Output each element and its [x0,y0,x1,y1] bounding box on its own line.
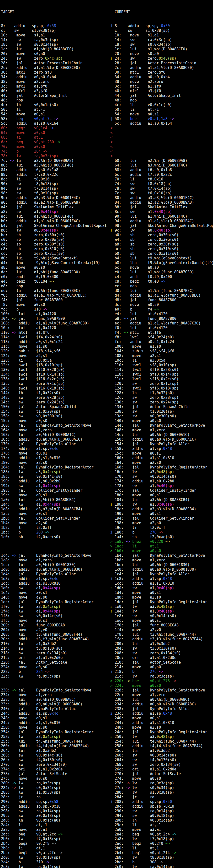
asm-text: 24c: addiu a1,s1,0x810 [1,720,61,725]
asm-token: 0x40(sp) [157,609,174,614]
asm-row: 28: jal Actor_ProcessInitChain [110,61,213,65]
asm-row: > 224: move a0,s0 [110,683,213,688]
asm-text: 90: sw t8,0x18(sp) [1,182,58,186]
asm-text: 1fc: move a0,s1 [1,618,47,623]
asm-text: 1e8: sw v0,0x14c(s0) [110,614,176,618]
asm-token: i [110,711,112,716]
asm-row: 1c8: move a1,zero [1,558,110,563]
asm-text [54,140,56,144]
asm-row: 2ac: beq v0,at,2cc ~> [1,832,110,837]
asm-text: cc: sb zero,0x311(s0) [1,251,65,256]
asm-text: 88: jal SkelAnime_InitFlex [110,205,187,209]
asm-token: i [110,800,112,804]
asm-text: 1f4: move a2,v0 [110,628,161,632]
asm-token: ~> [166,841,170,846]
asm-row: 1b4: jal DynaPolyInfo_SetActorMove [110,553,213,558]
asm-row: 134: swc1 $f10,0x14(sp) [1,372,110,377]
asm-row: 26c: ori a1,a1,0x2d0e [110,767,213,772]
asm-text: 280: lw s1,0x38(sp) [110,790,174,795]
asm-row: 74: b 284 ~> [1,149,110,154]
asm-text [157,670,159,674]
asm-text: 190: move a0,s1 [110,512,161,516]
asm-text: 128: lh t1,0x32(s0) [110,391,174,395]
asm-token: 68: li at,1 [1,135,43,140]
asm-row: 258: addiu t4,t4,%lo(func_80A87F44) [110,744,213,748]
asm-token: ~> [52,841,56,846]
asm-row: 1e8: move a2,s0 [1,595,110,600]
asm-row: 278: ~> lw ra,0x3c(sp) [110,781,213,785]
asm-text: 138: sw t1,0x20(sp) [110,409,174,414]
asm-token: 0x48 [163,446,172,451]
asm-row: i 23c: addiu a1,sp,0x48 [110,711,213,716]
asm-text: 12c: swc1 $f8,0x10(sp) [1,363,63,367]
asm-text: 29c: li at,-1 [110,823,161,827]
asm-token: 70: move a0,s0 [1,145,45,149]
asm-text: b4: lui t9,%hi(gSaveContext) [110,256,192,260]
asm-row: 148: sw zero,0x28(sp) [1,395,110,400]
asm-row: c: sw s1,0x38(sp) [110,28,213,33]
asm-row: 28: jal Actor_ProcessInitChain [1,61,110,65]
asm-text: f8: lwc1 $f4,0x24(s0) [110,335,174,339]
asm-text: jal func_80A87800 [16,316,65,321]
asm-row: 198: move a2,s0 [110,521,213,525]
asm-row: 280: ~> lw ra,0x3c(sp) [1,781,110,785]
asm-text: 19c: move a0,s1 [1,493,47,497]
asm-row: 30: mtc1 zero,$f0 [110,70,213,75]
asm-row: > 1ac: li at,1 [110,544,213,549]
asm-text: b0: addiu a1,a1,%lo(D_06001F4C) [1,219,80,223]
asm-row: 1c0: addiu a0,a0,%lo(D_06001830) [110,567,213,572]
asm-text: 1c0: addiu a0,a0,%lo(D_06001830) [110,567,196,572]
asm-text: 218: b [112,670,150,674]
asm-token: 0x44(sp) [43,609,61,614]
asm-text: 1f8: sw v0,0x14c(s0) [1,614,63,618]
asm-row: 2a8: move a3,a1 [1,828,110,832]
asm-token: ~> [126,785,130,790]
asm-text: 200: lui a1,0x3db2 [110,642,170,646]
asm-text: 230: [1,688,12,692]
asm-token: < [110,126,112,130]
asm-text: 250: move a2,s0 [1,725,47,730]
asm-text: 294: addiu sp,sp,-0x18 [1,804,61,809]
asm-text: 70: li t8,0x16 [110,177,163,181]
asm-row: 1b4: move a2,s0 [1,521,110,525]
asm-text: 1c8: addiu a1,sp, [112,577,163,581]
asm-token: < [110,140,112,144]
asm-token: i [110,24,112,28]
asm-token: 0x40(sp) [154,210,172,214]
asm-token: ~> [126,781,130,785]
asm-row: 120: sub.s $f8,$f4,$f6 [1,349,110,353]
asm-row: 220: jal Actor_SetScale [1,660,110,665]
asm-row: 274: ori a1,a1,0x2d0e [1,767,110,772]
asm-text: c0: lui a1,%hi(func_80A87C30) [110,270,194,274]
asm-row: i 218: b 27c ~> [110,670,213,674]
asm-token: 0x48 [163,577,172,581]
asm-token: 0x4c(sp) [45,56,63,61]
asm-text: 50: li at,-1 [1,107,45,112]
asm-row: 284: ~> lw s0,0x34(sp) [1,785,110,790]
asm-row: s 188: lw a1,0x40(sp) [110,502,213,507]
asm-text: 1ec: move a0,s1 [110,618,161,623]
asm-row: 288: lw s1,0x38(sp) [1,790,110,795]
asm-row: fc: b 110 ~> [1,307,110,312]
asm-text: 2c0: lw ra,0x14(sp) [110,865,174,868]
asm-row: 270: jal Actor_SetScale [110,772,213,776]
asm-row: 140: move a0,s0 [110,418,213,423]
asm-row: c0: sb zero,0x30e(s0) [1,238,110,242]
asm-row: 180: move a0,s1 [110,493,213,498]
asm-row: 268: sw zero,0x134(s0) [110,763,213,767]
asm-row: 14: sw ra,0x3c(sp) [1,38,110,42]
asm-text: 13c: sw v0,0x300(s0) [110,414,176,418]
asm-text: 98: jal SkelAnime_ChangeAnimDefaultRepea… [110,223,213,228]
asm-text: 190: addiu a1,s0,0x2b0 [1,479,61,484]
asm-token: ~> [170,117,174,121]
asm-token: 6c: beq v0,at,230 [1,140,54,144]
asm-token: ~> [54,117,58,121]
asm-row: 48: nop [110,98,213,103]
asm-text: b0: sb zero,0x311(s0) [110,251,179,256]
asm-text: 8: addiu sp,sp, [112,24,159,28]
asm-text: 68: addiu t6,s0,0x1a8 [110,168,172,172]
asm-token: i [110,670,112,674]
asm-row: 208: lui t3,%hi(func_80A87F44) [1,632,110,637]
asm-row: 118: addiu a0,s1,0x1c24 [1,340,110,344]
asm-text: 5c: addiu a1,s0,0x164 [110,121,172,126]
